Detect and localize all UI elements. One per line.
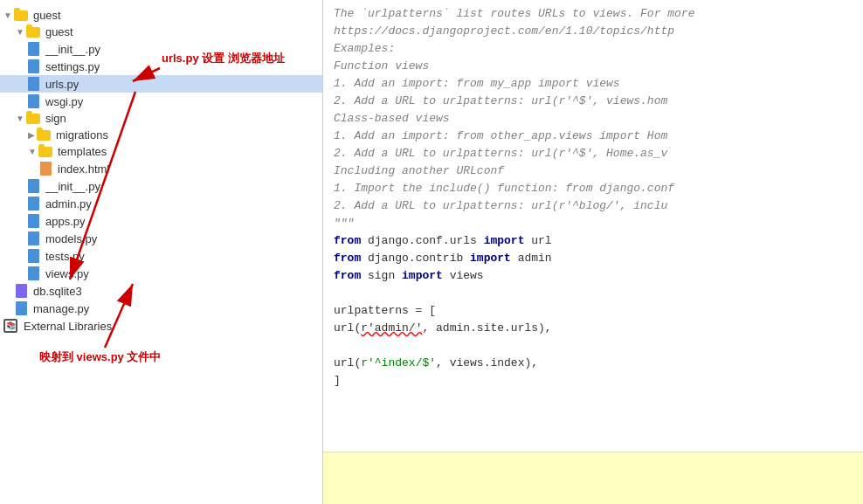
folder-open-icon: ▼ (16, 114, 43, 124)
code-comment: Examples: (334, 42, 395, 55)
code-comment: https://docs.djangoproject.com/en/1.10/t… (334, 24, 674, 38)
tree-item-label: tests.py (45, 250, 85, 263)
tree-item-sign[interactable]: ▼ sign (0, 110, 322, 127)
tree-item-label: External Libraries (24, 320, 112, 333)
code-keyword: from (334, 269, 361, 282)
tree-item-db[interactable]: db.sqlite3 (0, 282, 322, 300)
tree-item-label: index.html (58, 162, 109, 176)
file-tree-panel: ▼ guest ▼ guest __init__.py settings.py … (0, 0, 323, 504)
code-line: 2. Add a URL to urlpatterns: url(r'^$', … (334, 93, 853, 110)
code-normal: , admin.site.urls), (422, 321, 551, 335)
code-comment: 1. Add an import: from my_app import vie… (334, 77, 620, 90)
code-keyword: import (402, 269, 443, 282)
code-line (334, 337, 853, 355)
code-comment: 2. Add a URL to urlpatterns: url(r'^blog… (334, 199, 667, 212)
code-strikethrough: r'admin/' (361, 321, 422, 335)
code-normal: , views.index), (436, 356, 538, 369)
py-file-icon (28, 94, 43, 108)
folder-open-icon: ▼ (28, 147, 55, 157)
code-line: from sign import views (334, 267, 853, 285)
code-comment: Class-based views (334, 112, 450, 125)
code-comment: 2. Add a URL to urlpatterns: url(r'^$', … (334, 94, 667, 107)
code-line: The `urlpatterns` list routes URLs to vi… (334, 5, 853, 23)
code-keyword: import (484, 234, 525, 247)
tree-item-label: migrations (56, 128, 108, 142)
code-normal: url (524, 234, 551, 247)
tree-item-views[interactable]: views.py (0, 265, 322, 282)
code-content: The `urlpatterns` list routes URLs to vi… (323, 0, 863, 452)
tree-item-__init__-2[interactable]: __init__.py (0, 177, 322, 195)
code-string: r'^index/$' (361, 356, 436, 369)
code-line: 1. Import the include() function: from d… (334, 180, 853, 197)
tree-item-admin[interactable]: admin.py (0, 195, 322, 212)
code-editor-panel: The `urlpatterns` list routes URLs to vi… (323, 0, 863, 504)
py-file-icon (28, 42, 43, 56)
code-bottom-area (323, 452, 863, 504)
code-line: from django.conf.urls import url (334, 232, 853, 250)
code-normal: views (443, 269, 484, 282)
code-line: url(r'admin/', admin.site.urls), (334, 320, 853, 337)
code-comment: """ (334, 217, 354, 230)
tree-item-models[interactable]: models.py (0, 230, 322, 247)
code-line (334, 285, 853, 302)
code-comment: Function views (334, 59, 429, 72)
tree-item-label: wsgi.py (45, 95, 83, 108)
code-line: Function views (334, 58, 853, 75)
tree-item-label: views.py (45, 267, 89, 280)
tree-item-guest-inner[interactable]: ▼ guest (0, 24, 322, 40)
ext-lib-icon: 📚 (3, 319, 21, 333)
py-file-icon (28, 197, 43, 211)
code-line: Including another URLconf (334, 162, 853, 180)
code-line: 2. Add a URL to urlpatterns: url(r'^$', … (334, 145, 853, 162)
folder-open-icon: ▼ (16, 27, 43, 38)
code-normal: urlpatterns = [ (334, 304, 436, 317)
tree-item-tests[interactable]: tests.py (0, 247, 322, 265)
tree-item-label: sign (45, 112, 66, 125)
folder-open-icon: ▼ (3, 10, 31, 21)
tree-item-label: guest (33, 9, 61, 22)
tree-item-label: apps.py (45, 215, 86, 228)
html-file-icon (40, 162, 55, 176)
tree-item-label: manage.py (33, 302, 89, 315)
code-normal: url( (334, 356, 361, 369)
code-comment: 2. Add a URL to urlpatterns: url(r'^$', … (334, 147, 667, 160)
views-annotation: 映射到 views.py 文件中 (39, 349, 161, 365)
code-line: url(r'^index/$', views.index), (334, 355, 853, 372)
tree-item-migrations[interactable]: ▶ migrations (0, 127, 322, 143)
py-file-icon (28, 77, 43, 91)
code-keyword: from (334, 252, 361, 265)
py-file-icon (16, 301, 31, 315)
code-keyword: import (470, 252, 511, 265)
tree-item-urls[interactable]: urls.py (0, 75, 322, 93)
tree-item-manage[interactable]: manage.py (0, 300, 322, 317)
tree-item-templates[interactable]: ▼ templates (0, 143, 322, 160)
code-normal: url( (334, 321, 361, 335)
code-line: from django.contrib import admin (334, 250, 853, 267)
code-normal: django.conf.urls (361, 234, 483, 247)
code-comment: The `urlpatterns` list routes URLs to vi… (334, 7, 694, 20)
code-keyword: from (334, 234, 361, 247)
py-file-icon (28, 266, 43, 280)
tree-item-label: settings.py (45, 60, 100, 73)
folder-closed-icon: ▶ (28, 130, 53, 141)
py-file-icon (28, 231, 43, 245)
code-normal: ] (334, 374, 341, 387)
tree-item-apps[interactable]: apps.py (0, 212, 322, 230)
tree-item-guest-root[interactable]: ▼ guest (0, 7, 322, 24)
code-line: 2. Add a URL to urlpatterns: url(r'^blog… (334, 197, 853, 215)
py-file-icon (28, 214, 43, 228)
code-normal: django.contrib (361, 252, 470, 265)
tree-item-index[interactable]: index.html (0, 160, 322, 177)
urls-annotation: urls.py 设置 浏览器地址 (162, 51, 285, 66)
code-line: urlpatterns = [ (334, 302, 853, 320)
tree-item-label: admin.py (45, 197, 92, 211)
py-file-icon (28, 249, 43, 263)
tree-item-label: models.py (45, 232, 97, 245)
tree-item-label: guest (45, 25, 73, 38)
tree-item-wsgi[interactable]: wsgi.py (0, 93, 322, 110)
code-line: ] (334, 372, 853, 390)
code-line: 1. Add an import: from other_app.views i… (334, 128, 853, 145)
tree-item-ext-lib[interactable]: 📚 External Libraries (0, 317, 322, 335)
code-comment: 1. Import the include() function: from d… (334, 182, 674, 195)
code-comment: Including another URLconf (334, 164, 504, 177)
